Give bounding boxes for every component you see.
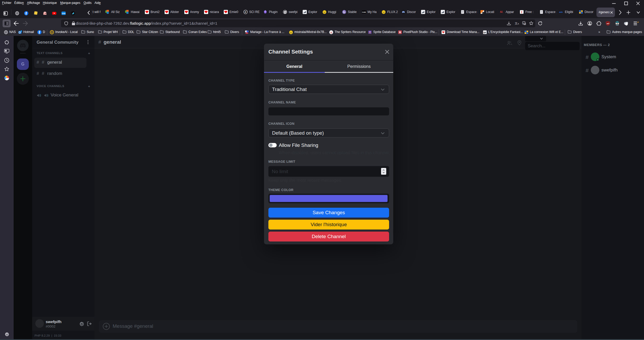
svg-text:S: S: [330, 31, 332, 34]
svg-text:DSM: DSM: [62, 13, 65, 14]
svg-text:uO: uO: [607, 23, 609, 24]
svg-text:文A: 文A: [515, 22, 519, 25]
svg-text:EF: EF: [484, 31, 486, 34]
svg-text:P: P: [245, 11, 247, 14]
svg-text:S.: S.: [343, 11, 345, 14]
svg-text:CLOUD: CLOUD: [362, 12, 366, 13]
svg-text:A: A: [523, 22, 525, 24]
